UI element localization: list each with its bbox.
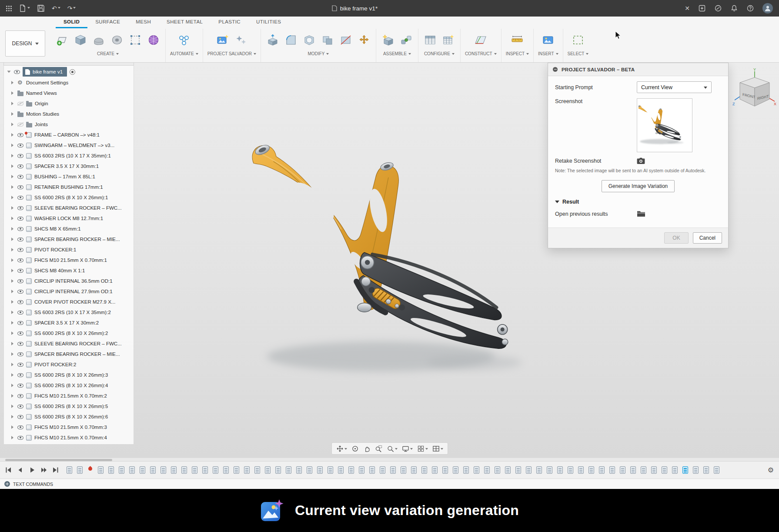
visibility-eye-icon[interactable] <box>17 248 23 252</box>
expand-arrow-icon[interactable] <box>11 373 13 377</box>
browser-item[interactable]: PIVOT ROCKER:1 <box>4 244 134 255</box>
user-avatar[interactable] <box>762 3 773 13</box>
tab-solid[interactable]: SOLID <box>56 17 87 28</box>
play-button[interactable] <box>29 467 35 473</box>
browser-item[interactable]: FHCS M10 21.5mm X 0.70mm:1 <box>4 255 134 265</box>
timeline-feature-marker[interactable] <box>244 466 250 474</box>
timeline-feature-marker[interactable] <box>641 466 646 474</box>
expand-arrow-icon[interactable] <box>11 175 13 178</box>
browser-item[interactable]: Origin <box>4 98 134 109</box>
visibility-eye-icon[interactable] <box>17 269 23 273</box>
ok-button[interactable]: OK <box>664 232 688 244</box>
expand-arrow-icon[interactable] <box>11 164 13 168</box>
dialog-header[interactable]: PROJECT SALVADOR – BETA <box>548 63 728 76</box>
press-pull-button[interactable] <box>265 32 280 48</box>
browser-item[interactable]: SS 6003 2RS (10 X 17 X 35mm):1 <box>4 151 134 161</box>
timeline-feature-marker[interactable] <box>505 466 511 474</box>
app-grid-icon[interactable] <box>6 6 12 11</box>
result-section-header[interactable]: Result <box>555 198 721 205</box>
timeline-feature-marker[interactable] <box>421 466 427 474</box>
browser-item[interactable]: FHCS M10 21.5mm X 0.70mm:3 <box>4 422 134 432</box>
visibility-eye-icon[interactable] <box>17 123 23 127</box>
shell-button[interactable] <box>302 32 317 48</box>
timeline-feature-marker[interactable] <box>150 466 156 474</box>
loft-button[interactable] <box>91 32 106 48</box>
cancel-button[interactable]: Cancel <box>693 232 722 244</box>
timeline-feature-marker[interactable] <box>223 466 229 474</box>
visibility-eye-icon[interactable] <box>17 227 23 231</box>
tab-utilities[interactable]: UTILITIES <box>248 17 289 28</box>
primitive-box-button[interactable] <box>73 32 88 48</box>
browser-item[interactable]: SS 6000 2RS (8 X 10 X 26mm):5 <box>4 401 134 412</box>
construct-plane-button[interactable] <box>473 32 488 48</box>
timeline-feature-marker[interactable] <box>557 466 563 474</box>
browser-item[interactable]: WASHER LOCK M8 12.7mm:1 <box>4 213 134 224</box>
timeline-feature-marker[interactable] <box>338 466 344 474</box>
generate-image-variation-button[interactable]: Generate Image Variation <box>602 180 675 192</box>
visibility-eye-icon[interactable] <box>17 217 23 221</box>
timeline-feature-marker[interactable] <box>67 466 72 474</box>
expand-arrow-icon[interactable] <box>11 269 13 272</box>
browser-item[interactable]: CIRCLIP INTERNAL 36.5mm OD:1 <box>4 276 134 286</box>
visibility-eye-icon[interactable] <box>17 405 23 408</box>
tab-plastic[interactable]: PLASTIC <box>211 17 248 28</box>
timeline-feature-marker[interactable] <box>328 466 333 474</box>
timeline-feature-marker[interactable] <box>463 466 469 474</box>
horizontal-scrollbar[interactable] <box>0 458 779 461</box>
timeline-feature-marker[interactable] <box>526 466 532 474</box>
browser-item[interactable]: Motion Studies <box>4 109 134 119</box>
timeline-feature-marker[interactable] <box>129 466 135 474</box>
timeline-feature-marker[interactable] <box>609 466 615 474</box>
dialog-collapse-icon[interactable] <box>553 67 558 72</box>
browser-item[interactable]: SS 6000 2RS (8 X 10 X 26mm):3 <box>4 370 134 380</box>
zoom-tool[interactable] <box>387 445 398 452</box>
timeline-feature-marker[interactable] <box>703 466 709 474</box>
visibility-eye-icon[interactable] <box>17 342 23 346</box>
browser-item[interactable]: SPACER 3.5 X 17 X 30mm:1 <box>4 161 134 171</box>
browser-item[interactable]: COVER PIVOT ROCKER M27.9 X... <box>4 297 134 307</box>
expand-arrow-icon[interactable] <box>11 91 13 95</box>
step-back-button[interactable] <box>17 467 23 473</box>
activate-component-radio[interactable] <box>70 69 75 75</box>
timeline-feature-marker[interactable] <box>547 466 552 474</box>
timeline-feature-marker[interactable] <box>171 466 177 474</box>
pan-tool[interactable] <box>336 445 347 452</box>
expand-arrow-icon[interactable] <box>11 258 13 262</box>
new-component-button[interactable] <box>381 32 395 48</box>
expand-arrow-icon[interactable] <box>11 81 13 84</box>
expand-arrow-icon[interactable] <box>11 102 13 105</box>
group-label-configure[interactable]: CONFIGURE <box>424 51 455 56</box>
timeline-feature-marker[interactable] <box>599 466 605 474</box>
visibility-eye-icon[interactable] <box>17 384 23 388</box>
joint-button[interactable] <box>399 32 414 48</box>
browser-item[interactable]: SS 6000 2RS (8 X 10 X 26mm):1 <box>4 192 134 203</box>
configuration-button[interactable] <box>441 32 456 48</box>
visibility-eye-icon[interactable] <box>17 133 23 137</box>
timeline-feature-marker[interactable] <box>693 466 699 474</box>
text-commands-label[interactable]: TEXT COMMANDS <box>13 482 53 487</box>
timeline-feature-marker[interactable] <box>87 466 93 474</box>
browser-item[interactable]: SS 6000 2RS (8 X 10 X 26mm):2 <box>4 328 134 338</box>
grid-settings-tool[interactable] <box>417 445 428 452</box>
timeline-settings-icon[interactable]: ⚙ <box>768 467 774 474</box>
display-settings-tool[interactable] <box>402 445 413 452</box>
browser-item[interactable]: Joints <box>4 119 134 130</box>
timeline-feature-marker[interactable] <box>234 466 239 474</box>
visibility-eye-icon[interactable] <box>17 164 23 168</box>
visibility-eye-icon[interactable] <box>17 394 23 398</box>
expand-arrow-icon[interactable] <box>11 321 13 325</box>
expand-arrow-icon[interactable] <box>11 384 13 387</box>
group-label-select[interactable]: SELECT <box>568 51 589 56</box>
zoom-window-tool[interactable] <box>375 445 382 452</box>
browser-item[interactable]: FHCS M10 21.5mm X 0.70mm:4 <box>4 432 134 443</box>
expand-arrow-icon[interactable] <box>11 405 13 408</box>
visibility-eye-icon[interactable] <box>17 175 23 179</box>
viewports-tool[interactable] <box>432 445 443 452</box>
timeline-feature-marker[interactable] <box>296 466 302 474</box>
timeline-feature-marker[interactable] <box>108 466 114 474</box>
camera-icon[interactable] <box>637 157 645 164</box>
timeline-feature-marker[interactable] <box>77 466 83 474</box>
extensions-icon[interactable] <box>698 4 706 12</box>
visibility-eye-icon[interactable] <box>17 290 23 294</box>
measure-button[interactable] <box>510 32 525 48</box>
